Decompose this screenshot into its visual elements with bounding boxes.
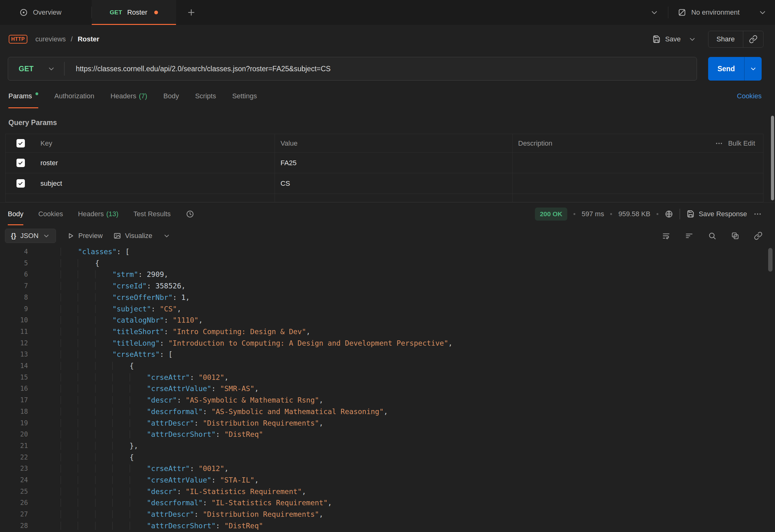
- word-wrap-icon[interactable]: [662, 231, 671, 240]
- code-line: 26 "descrformal": "IL-Statistics Require…: [0, 497, 775, 509]
- row-checkbox[interactable]: [16, 179, 25, 187]
- status-badge[interactable]: 200 OK: [535, 207, 567, 220]
- tab-request-roster[interactable]: GET Roster: [92, 0, 176, 25]
- send-button-group: Send: [708, 57, 762, 81]
- params-active-dot: [35, 92, 38, 95]
- network-info-icon[interactable]: [665, 210, 673, 218]
- code-scrollbar[interactable]: [768, 248, 773, 272]
- column-header-value: Value: [274, 134, 512, 152]
- viewer-tool-icons: [662, 231, 763, 240]
- tab-settings-label: Settings: [232, 92, 257, 100]
- tab-authorization-label: Authorization: [54, 92, 94, 100]
- visualize-label: Visualize: [125, 232, 152, 240]
- send-options-chevron-icon[interactable]: [744, 57, 762, 81]
- new-tab-button[interactable]: [187, 8, 196, 17]
- share-button-group: Share: [708, 31, 763, 48]
- copy-icon[interactable]: [731, 231, 740, 240]
- response-tab-body[interactable]: Body: [8, 202, 23, 225]
- method-selector[interactable]: GET: [8, 57, 64, 80]
- page-scrollbar[interactable]: [771, 116, 774, 200]
- code-text: },: [28, 440, 138, 452]
- code-text: "descr": "IL-Statistics Requirement",: [28, 486, 306, 497]
- code-line: 23 "crseAttr": "0012",: [0, 463, 775, 474]
- save-button[interactable]: Save: [652, 35, 681, 44]
- tab-settings[interactable]: Settings: [232, 84, 257, 108]
- tab-authorization[interactable]: Authorization: [54, 84, 94, 108]
- breadcrumb: cureviews / Roster: [35, 35, 99, 43]
- tab-params[interactable]: Params: [8, 84, 38, 108]
- query-params-title: Query Params: [0, 108, 775, 134]
- line-number: 13: [0, 349, 28, 360]
- code-text: "descrformal": "IL-Statistics Requiremen…: [28, 497, 332, 509]
- tab-scripts-label: Scripts: [195, 92, 216, 100]
- save-response-button[interactable]: Save Response: [686, 210, 747, 218]
- response-tab-cookies[interactable]: Cookies: [38, 202, 63, 225]
- line-number: 5: [0, 257, 28, 269]
- response-history-icon[interactable]: [186, 202, 194, 225]
- tab-overview[interactable]: Overview: [0, 0, 91, 25]
- breadcrumb-collection[interactable]: cureviews: [35, 35, 66, 43]
- unsaved-changes-dot: [154, 11, 158, 14]
- select-all-checkbox[interactable]: [16, 139, 25, 147]
- response-time[interactable]: 597 ms: [582, 210, 604, 218]
- filter-lines-icon[interactable]: [685, 231, 694, 240]
- visualize-chevron-icon[interactable]: [163, 232, 170, 239]
- tab-overview-label: Overview: [33, 8, 62, 16]
- preview-button[interactable]: Preview: [67, 232, 103, 240]
- param-key-cell[interactable]: subject: [35, 173, 274, 193]
- save-response-icon: [686, 210, 695, 218]
- meta-dot: [657, 213, 658, 215]
- format-selector[interactable]: {} JSON: [5, 229, 56, 243]
- tab-bar: Overview GET Roster No environment: [0, 0, 775, 25]
- play-icon: [67, 232, 75, 240]
- line-number: 16: [0, 383, 28, 395]
- save-options-chevron-icon[interactable]: [688, 35, 696, 43]
- response-tab-test-results[interactable]: Test Results: [133, 202, 171, 225]
- line-number: 21: [0, 440, 28, 452]
- method-chevron-icon: [47, 65, 55, 73]
- code-text: "descr": "AS-Symbolic & Mathematic Rsng"…: [28, 395, 323, 406]
- line-number: 22: [0, 452, 28, 463]
- code-line: 14 {: [0, 360, 775, 372]
- code-text: "descrformal": "AS-Symbolic and Mathemat…: [28, 406, 388, 418]
- line-number: 12: [0, 338, 28, 349]
- response-size[interactable]: 959.58 KB: [618, 210, 650, 218]
- line-number: 26: [0, 497, 28, 509]
- url-input[interactable]: https://classes.cornell.edu/api/2.0/sear…: [65, 65, 331, 73]
- code-text: "strm": 2909,: [28, 269, 168, 280]
- cookies-link[interactable]: Cookies: [737, 84, 762, 108]
- tab-body[interactable]: Body: [163, 84, 179, 108]
- param-value-cell[interactable]: CS: [274, 173, 512, 193]
- code-lines: 4 "classes": [5 {6 "strm": 2909,7 "crseI…: [0, 246, 775, 532]
- row-checkbox[interactable]: [16, 159, 25, 167]
- header-actions: Save Share: [652, 31, 763, 48]
- tab-headers[interactable]: Headers (7): [110, 84, 147, 108]
- code-line: 13 "crseAttrs": [: [0, 349, 775, 360]
- column-header-description: Description: [512, 134, 685, 152]
- response-more-icon[interactable]: [753, 210, 762, 218]
- param-description-cell[interactable]: [512, 153, 763, 173]
- copy-link-icon[interactable]: [743, 31, 763, 47]
- response-tab-headers[interactable]: Headers (13): [78, 202, 118, 225]
- visualize-button[interactable]: Visualize: [113, 232, 152, 240]
- link-icon[interactable]: [754, 231, 763, 240]
- line-number: 6: [0, 269, 28, 280]
- search-icon[interactable]: [708, 231, 717, 240]
- response-body-viewer[interactable]: 4 "classes": [5 {6 "strm": 2909,7 "crseI…: [0, 246, 775, 532]
- share-button[interactable]: Share: [708, 31, 743, 47]
- code-line: 11 "titleShort": "Intro Computing: Desig…: [0, 326, 775, 338]
- param-description-cell[interactable]: [512, 173, 763, 193]
- tab-body-label: Body: [163, 92, 179, 100]
- param-key-cell[interactable]: roster: [35, 153, 274, 173]
- meta-dot: [610, 213, 612, 215]
- send-button[interactable]: Send: [708, 57, 744, 81]
- tab-list-chevron-icon[interactable]: [650, 8, 659, 17]
- environment-selector[interactable]: No environment: [678, 8, 767, 17]
- tab-scripts[interactable]: Scripts: [195, 84, 216, 108]
- line-number: 8: [0, 292, 28, 303]
- param-value-cell[interactable]: FA25: [274, 153, 512, 173]
- http-protocol-icon: HTTP: [9, 35, 27, 44]
- braces-icon: {}: [11, 232, 16, 240]
- tab-request-name: Roster: [127, 8, 147, 16]
- bulk-edit-button[interactable]: Bulk Edit: [685, 134, 763, 152]
